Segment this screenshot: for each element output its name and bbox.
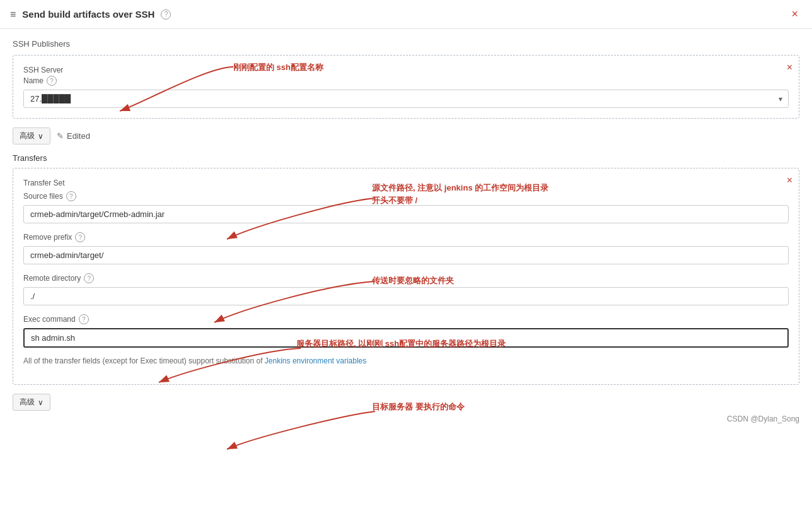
source-files-group: Source files ? (23, 191, 789, 223)
ssh-server-box: × SSH Server Name ? 27.█████ ▾ (13, 55, 799, 119)
dialog-title: Send build artifacts over SSH (22, 9, 154, 20)
remove-prefix-label: Remove prefix ? (23, 232, 789, 242)
hamburger-icon[interactable]: ≡ (10, 9, 16, 20)
ssh-publishers-label: SSH Publishers (13, 39, 799, 49)
edited-label: ✎ Edited (57, 131, 90, 141)
remove-prefix-help-icon[interactable]: ? (75, 232, 85, 242)
dialog-close-button[interactable]: × (787, 6, 802, 22)
ssh-server-name-label: SSH Server (23, 66, 789, 74)
source-files-input[interactable] (23, 205, 789, 223)
header-left: ≡ Send build artifacts over SSH ? (10, 9, 171, 20)
pencil-icon: ✎ (57, 131, 64, 141)
bottom-advanced-chevron-icon: ∨ (38, 398, 44, 407)
transfer-set-label: Transfer Set (23, 179, 789, 187)
jenkins-env-vars-link[interactable]: Jenkins environment variables (265, 356, 366, 365)
footer-note-text: All of the transfer fields (except for E… (23, 356, 265, 365)
remote-dir-group: Remote directory ? (23, 273, 789, 305)
title-help-icon[interactable]: ? (161, 9, 171, 20)
edited-text: Edited (67, 131, 90, 141)
source-files-help-icon[interactable]: ? (66, 191, 76, 201)
remote-dir-help-icon[interactable]: ? (84, 273, 94, 283)
arrow-exec-command (214, 406, 378, 457)
ssh-name-help-icon[interactable]: ? (47, 76, 57, 86)
remote-dir-label: Remote directory ? (23, 273, 789, 283)
transfer-set-close-button[interactable]: × (787, 175, 792, 186)
ssh-server-dropdown[interactable]: 27.█████ (23, 90, 789, 108)
dialog-body: SSH Publishers × SSH Server Name ? 27.██… (0, 29, 812, 430)
bottom-advanced-button[interactable]: 高级 ∨ (13, 394, 50, 411)
toolbar-row: 高级 ∨ ✎ Edited (13, 127, 799, 144)
remote-dir-input[interactable] (23, 287, 789, 305)
exec-command-label: Exec command ? (23, 314, 789, 324)
ssh-server-name-sublabel: Name ? (23, 76, 789, 86)
footer-note: All of the transfer fields (except for E… (23, 356, 789, 365)
source-files-label: Source files ? (23, 191, 789, 201)
transfer-set-box: × Transfer Set Source files ? Remove pre… (13, 168, 799, 385)
bottom-toolbar-row: 高级 ∨ (13, 394, 799, 411)
exec-command-input[interactable] (23, 328, 789, 348)
bottom-advanced-label: 高级 (20, 397, 35, 408)
ssh-server-dropdown-wrapper: 27.█████ ▾ (23, 90, 789, 108)
exec-command-help-icon[interactable]: ? (79, 314, 89, 324)
watermark: CSDN @Dylan_Song (727, 415, 799, 423)
transfers-label: Transfers (13, 153, 799, 163)
dialog-header: ≡ Send build artifacts over SSH ? × (0, 0, 812, 29)
ssh-server-close-button[interactable]: × (787, 62, 792, 73)
advanced-button[interactable]: 高级 ∨ (13, 127, 50, 144)
remove-prefix-input[interactable] (23, 246, 789, 264)
advanced-chevron-icon: ∨ (38, 132, 44, 141)
remove-prefix-group: Remove prefix ? (23, 232, 789, 264)
exec-command-group: Exec command ? (23, 314, 789, 348)
advanced-label: 高级 (20, 131, 35, 141)
dialog: ≡ Send build artifacts over SSH ? × SSH … (0, 0, 812, 518)
